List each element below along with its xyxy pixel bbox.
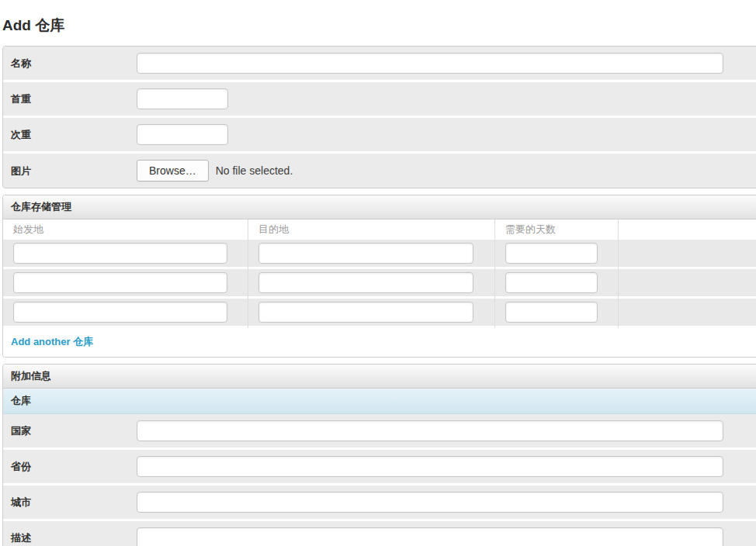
- origin-input-1[interactable]: [13, 243, 227, 264]
- form-row-city: 城市: [3, 486, 756, 521]
- column-destination: 目的地: [248, 219, 494, 328]
- additional-section-header: 附加信息: [3, 365, 756, 389]
- table-cell: [248, 299, 494, 326]
- first-weight-label: 首重: [11, 88, 137, 109]
- description-label: 描述: [11, 527, 137, 544]
- province-input[interactable]: [137, 456, 723, 477]
- table-cell: [3, 240, 248, 267]
- table-cell: [3, 299, 248, 326]
- destination-input-1[interactable]: [258, 243, 473, 264]
- form-row-second-weight: 次重: [3, 118, 756, 154]
- column-days: 需要的天数: [494, 219, 618, 328]
- form-row-description: 描述: [3, 521, 756, 546]
- table-cell: [619, 240, 756, 267]
- column-origin: 始发地: [3, 219, 248, 328]
- destination-input-2[interactable]: [258, 272, 473, 293]
- destination-column-header: 目的地: [248, 219, 494, 240]
- table-cell: [495, 240, 618, 267]
- origin-input-2[interactable]: [13, 272, 227, 293]
- days-input-2[interactable]: [505, 272, 598, 293]
- table-cell: [495, 269, 618, 296]
- table-cell: [619, 299, 756, 326]
- column-extra: [618, 219, 756, 328]
- form-row-province: 省份: [3, 450, 756, 486]
- page-title: Add 仓库: [0, 0, 756, 46]
- main-fields-module: 名称 首重 次重 图片 Browse… No file selected.: [2, 46, 756, 188]
- form-row-first-weight: 首重: [3, 82, 756, 118]
- city-input[interactable]: [137, 492, 723, 513]
- days-input-3[interactable]: [505, 302, 598, 323]
- table-cell: [248, 269, 494, 296]
- storage-table: 始发地 目的地 需要的天数: [3, 219, 756, 328]
- table-cell: [619, 269, 756, 296]
- storage-management-module: 仓库存储管理 始发地 目的地: [2, 195, 756, 358]
- form-row-name: 名称: [3, 47, 756, 82]
- origin-input-3[interactable]: [13, 302, 227, 323]
- extra-column-header: [619, 219, 756, 240]
- add-another-link[interactable]: Add another 仓库: [11, 336, 93, 347]
- second-weight-input[interactable]: [137, 124, 228, 145]
- destination-input-3[interactable]: [258, 302, 473, 323]
- browse-button[interactable]: Browse…: [137, 160, 209, 181]
- file-status-text: No file selected.: [216, 164, 293, 177]
- form-row-country: 国家: [3, 414, 756, 450]
- city-label: 城市: [11, 492, 137, 513]
- form-row-image: 图片 Browse… No file selected.: [3, 154, 756, 188]
- table-cell: [3, 269, 248, 296]
- country-input[interactable]: [137, 420, 723, 441]
- description-textarea[interactable]: [137, 527, 723, 546]
- name-label: 名称: [11, 53, 137, 74]
- country-label: 国家: [11, 420, 137, 441]
- warehouse-group-header: 仓库: [3, 389, 756, 414]
- origin-column-header: 始发地: [3, 219, 248, 240]
- table-cell: [495, 299, 618, 326]
- image-file-input: Browse… No file selected.: [137, 160, 293, 181]
- add-another-row: Add another 仓库: [3, 328, 756, 357]
- second-weight-label: 次重: [11, 124, 137, 145]
- storage-section-header: 仓库存储管理: [3, 195, 756, 219]
- first-weight-input[interactable]: [137, 88, 228, 109]
- additional-info-module: 附加信息 仓库 国家 省份 城市 描述: [2, 364, 756, 546]
- table-cell: [248, 240, 494, 267]
- name-input[interactable]: [137, 53, 723, 74]
- image-label: 图片: [11, 161, 137, 181]
- days-input-1[interactable]: [505, 243, 598, 264]
- province-label: 省份: [11, 456, 137, 477]
- days-column-header: 需要的天数: [495, 219, 618, 240]
